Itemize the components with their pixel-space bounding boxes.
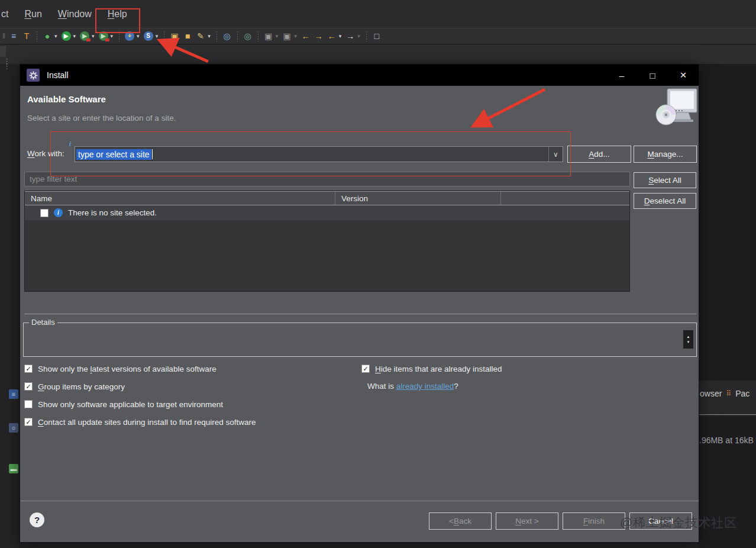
history-view-icon[interactable]: ○	[9, 423, 18, 433]
install-gear-icon	[27, 69, 40, 82]
toolbar-separator	[119, 31, 119, 41]
dialog-title: Install	[47, 70, 69, 80]
toolbar-separator	[237, 31, 238, 41]
checkbox-label: Show only the latest versions of availab…	[38, 365, 217, 373]
profile-icon-menu[interactable]: ▾	[111, 33, 114, 39]
page-subtitle: Select a site or enter the location of a…	[27, 114, 176, 123]
manage-button[interactable]: Manage...	[634, 146, 697, 163]
next-edit-location-icon[interactable]: ▣	[281, 30, 293, 42]
install-dialog: Install – □ × Available Software Select …	[20, 64, 699, 543]
external-tools-icon[interactable]: T	[21, 30, 33, 42]
table-row[interactable]: i There is no site selected.	[25, 205, 629, 220]
watermark: @稀土掘金技术社区	[620, 514, 737, 531]
web-service-icon[interactable]: S	[143, 30, 154, 42]
page-title: Available Software	[27, 94, 106, 104]
menu-item-project-partial[interactable]: ct	[1, 9, 8, 20]
show-view-icon[interactable]: ≡	[8, 30, 20, 42]
column-header-blank	[501, 192, 629, 205]
minimize-button[interactable]: –	[606, 65, 637, 86]
options-right: ✓Hide items that are already installed	[361, 360, 502, 378]
show-applicable-checkbox[interactable]: Show only software applicable to target …	[24, 395, 256, 413]
mark-occurrences-icon-menu[interactable]: ▾	[208, 33, 211, 39]
profile-icon[interactable]: ▶	[98, 30, 109, 42]
forward-history-icon-menu[interactable]: ▾	[357, 33, 360, 39]
web-browser-icon[interactable]: ◎	[221, 30, 233, 42]
debug-icon[interactable]: ●	[41, 30, 53, 42]
web-service-icon-menu[interactable]: ▾	[156, 33, 159, 39]
finish-button[interactable]: Finish	[563, 512, 625, 530]
package-tab-partial[interactable]: Pac	[735, 389, 749, 398]
menu-item-run[interactable]: Run	[24, 9, 41, 20]
deselect-all-button[interactable]: Deselect All	[634, 193, 696, 209]
sidebar-grip-dots: ⋮⋮	[3, 59, 11, 69]
import-icon[interactable]: ▣	[169, 30, 180, 42]
new-wizard-icon[interactable]: +	[124, 30, 135, 42]
combo-dropdown-icon[interactable]: ∨	[548, 147, 563, 162]
column-header-version[interactable]: Version	[335, 192, 501, 205]
browser-tab-partial[interactable]: owser	[700, 389, 722, 398]
group-items-checkbox[interactable]: ✓Group items by category	[24, 378, 256, 395]
prev-edit-location-icon[interactable]: ▣	[263, 30, 274, 42]
back-history-icon[interactable]: ←	[326, 30, 338, 42]
add-button[interactable]: Add...	[567, 146, 631, 163]
column-header-name[interactable]: Name	[25, 192, 335, 205]
work-with-combo[interactable]: type or select a site ∨	[75, 146, 563, 162]
what-is-suffix: ?	[454, 382, 458, 391]
open-folder-icon[interactable]: ■	[182, 30, 193, 42]
prev-edit-location-icon-menu[interactable]: ▾	[276, 33, 279, 39]
hide-installed-checkbox[interactable]: ✓Hide items that are already installed	[361, 360, 502, 378]
checkbox-box-icon[interactable]: ✓	[361, 365, 370, 373]
run-coverage-icon[interactable]: ▶	[79, 30, 91, 42]
already-installed-link[interactable]: already installed	[396, 382, 454, 391]
install-wizard-graphic-icon	[653, 88, 698, 130]
run-icon[interactable]: ▶	[60, 30, 72, 42]
row-checkbox[interactable]	[40, 209, 49, 217]
select-all-button[interactable]: Select All	[634, 172, 696, 188]
scroll-down-icon[interactable]: ▼	[687, 340, 690, 344]
checkbox-box-icon[interactable]: ✓	[24, 365, 33, 373]
next-edit-location-icon-menu[interactable]: ▾	[294, 33, 297, 39]
checkbox-box-icon[interactable]: ✓	[24, 418, 33, 426]
what-is-prefix: What is	[367, 382, 396, 391]
work-with-value[interactable]: type or select a site	[76, 149, 151, 160]
scroll-up-icon[interactable]: ▲	[687, 335, 690, 339]
menu-item-help[interactable]: Help	[108, 9, 127, 20]
checkbox-box-icon[interactable]	[24, 400, 33, 408]
contact-update-sites-checkbox[interactable]: ✓Contact all update sites during install…	[24, 413, 256, 431]
team-sync-icon[interactable]: ◎	[242, 30, 254, 42]
task-view-icon[interactable]: ▬	[9, 464, 18, 473]
debug-icon-menu[interactable]: ▾	[54, 33, 57, 39]
back-history-icon-menu[interactable]: ▾	[339, 33, 342, 39]
close-button[interactable]: ×	[668, 65, 699, 86]
main-toolbar: ‖ ≡T●▾▶▾▶▾▶▾+▾S▾▣■✎▾◎◎▣▾▣▾←→←▾→▾□	[0, 28, 756, 44]
background-window: owser ⠿ Pac .96MB at 16kB	[698, 64, 756, 548]
toolbar-separator	[164, 31, 164, 41]
forward-history-icon[interactable]: →	[344, 30, 356, 42]
run-icon-menu[interactable]: ▾	[73, 33, 76, 39]
filter-input[interactable]	[24, 172, 630, 186]
back-button[interactable]: < Back	[429, 512, 492, 530]
run-coverage-icon-menu[interactable]: ▾	[92, 33, 95, 39]
mark-occurrences-icon[interactable]: ✎	[195, 30, 206, 42]
forward-yellow-icon[interactable]: →	[313, 30, 325, 42]
software-table: Name Version i There is no site selected…	[24, 191, 630, 292]
checkbox-label: Contact all update sites during install …	[38, 418, 256, 427]
checkbox-box-icon[interactable]: ✓	[24, 382, 33, 391]
menu-bar: ct Run Window Help	[0, 0, 756, 28]
details-scrollbar[interactable]: ▲ ▼	[683, 330, 693, 349]
new-window-icon[interactable]: □	[371, 30, 383, 42]
next-button[interactable]: Next >	[496, 512, 558, 530]
show-latest-versions-checkbox[interactable]: ✓Show only the latest versions of availa…	[24, 360, 256, 378]
empty-message: There is no site selected.	[68, 208, 157, 217]
dialog-titlebar[interactable]: Install – □ ×	[20, 65, 699, 86]
toolbar-grip[interactable]: ‖	[2, 32, 4, 40]
help-button[interactable]: ?	[30, 512, 44, 527]
maximize-button[interactable]: □	[637, 65, 668, 86]
what-is-line: What is already installed?	[367, 382, 458, 391]
checkbox-label: Show only software applicable to target …	[38, 400, 223, 409]
back-yellow-icon[interactable]: ←	[300, 30, 312, 42]
menu-item-window[interactable]: Window	[58, 9, 92, 20]
toolbar-separator	[258, 31, 259, 41]
console-view-icon[interactable]: ≡	[9, 389, 18, 399]
new-wizard-icon-menu[interactable]: ▾	[137, 33, 140, 39]
